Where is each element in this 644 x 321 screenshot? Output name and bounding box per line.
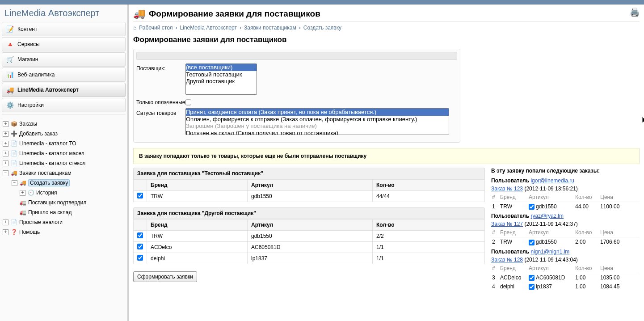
top-bar [0,0,644,4]
table-row: ACDelcoAC605081D1/1 [134,242,485,253]
tree-toggle[interactable]: + [3,141,8,147]
tree-item[interactable]: +📄Linemedia - каталог ТО [2,139,126,148]
side-menu-item[interactable]: 📊Веб-аналитика [2,68,126,82]
cell: delphi [147,253,248,264]
tree-toggle[interactable]: + [3,131,8,137]
paid-only-checkbox[interactable] [185,99,191,106]
items-table: БрендАртикулКол-воTRWgdb15502/2ACDelcoAC… [133,219,485,264]
mini-row: 1TRWgdb155044.001100.00 [491,202,640,211]
filters-panel: Поставщик: (все поставщики)Тестовый пост… [133,49,460,143]
menu-label: Сервисы [17,41,40,47]
row-checkbox[interactable] [137,193,143,199]
row-checkbox[interactable] [137,244,143,249]
row-checkbox[interactable] [137,255,143,261]
tree-toggle[interactable]: + [20,190,25,196]
mini-col-header: Цена [599,228,640,237]
tree-item[interactable]: +📦Заказы [2,119,126,129]
tree-label: Заявки поставщикам [19,170,72,176]
row-checkbox[interactable] [137,232,143,238]
tree-item[interactable]: +📄Простые аналоги [2,217,126,227]
tree-label: Добавить заказ [19,131,58,137]
tree-icon: 📦 [10,120,17,127]
tree-label: Linemedia - каталог масел [19,150,84,156]
side-menu-item[interactable]: ⚙️Настройки [2,98,126,112]
tree-item[interactable]: 🚛Поставщик подтвердил [2,198,126,207]
tree-toggle[interactable]: − [12,180,17,186]
user-link[interactable]: igor@linemedia.ru [530,177,574,184]
paid-only-label: Только оплаченные [136,97,185,106]
table-row: TRWgdb155044/44 [134,191,485,202]
mini-col-header: Кол-во [574,193,599,202]
tree-item[interactable]: +➕Добавить заказ [2,129,126,139]
order-items-table: #БрендАртикулКол-воЦена2TRWgdb15502.0017… [491,228,640,246]
block-title: Заявка для поставщика "Тестовый поставщи… [133,168,485,179]
cell: TRW [147,231,248,242]
tree-item[interactable]: −🚚Заявки поставщикам [2,168,126,178]
user-link[interactable]: nign1@nign1.lm [530,249,569,255]
mini-col-header: Бренд [499,193,528,202]
tree-label: Linemedia - каталог ТО [19,140,76,147]
page-title: Формирование заявки для поставщиков [149,9,320,19]
mini-checkbox[interactable] [529,204,535,210]
supplier-select[interactable]: (все поставщики)Тестовый поставщикДругой… [185,63,257,95]
tree-toggle[interactable]: + [3,229,8,235]
statuses-label: Сатусы товаров [136,108,185,135]
items-table: БрендАртикулКол-воTRWgdb155044/44 [133,179,485,202]
col-header: Кол-во [373,180,485,191]
mini-row: 2TRWgdb15502.001706.60 [491,237,640,247]
side-menu-item[interactable]: 🛒Магазин [2,52,126,67]
order-link[interactable]: Заказ № 127 [491,221,523,227]
mini-col-header: Бренд [499,264,528,273]
order-link[interactable]: Заказ № 123 [491,186,523,192]
cell: AC605081D [248,242,373,253]
tree-toggle[interactable]: + [3,220,8,225]
tree-item[interactable]: +🕘История [2,188,126,198]
mini-checkbox[interactable] [529,275,535,281]
create-requests-button[interactable]: Сформировать заявки [133,271,197,282]
tree-label: Заказы [19,121,37,127]
menu-label: Настройки [17,102,44,108]
breadcrumb-item[interactable]: Рабочий стол [139,25,173,31]
col-header: Бренд [147,220,248,231]
cell: gdb1550 [248,191,373,202]
tree-item[interactable]: −🚚Создать заявку [2,178,126,188]
mini-checkbox[interactable] [529,240,535,245]
tree-toggle[interactable]: + [3,151,8,156]
table-row: TRWgdb15502/2 [134,231,485,242]
menu-label: LineMedia Автоэксперт [17,87,79,93]
menu-label: Магазин [17,56,38,63]
tree-item[interactable]: +❓Помощь [2,227,126,237]
tree-icon: 🚛 [19,199,26,206]
tree-toggle[interactable]: + [3,121,8,127]
tree-toggle[interactable]: − [3,170,8,176]
info-banner: В заявку попадают только те товары, кото… [133,148,640,164]
home-icon[interactable]: ⌂ [133,25,136,31]
cell: 44/44 [373,191,485,202]
tree-icon: 📄 [10,140,17,147]
statuses-select[interactable]: Принят, ожидается оплата (Заказ принят, … [185,108,449,135]
user-link[interactable]: ryaz@ryaz.lm [530,213,564,219]
menu-icon: 🔺 [6,40,14,48]
side-menu-item[interactable]: 📝Контент [2,22,126,36]
breadcrumb-item[interactable]: LineMedia Автоэксперт [180,25,237,31]
mini-checkbox[interactable] [529,284,535,290]
menu-icon: ⚙️ [6,101,14,109]
side-menu-item[interactable]: 🚚LineMedia Автоэксперт [2,83,126,97]
menu-icon: 🛒 [6,55,14,63]
menu-icon: 📊 [6,71,14,79]
breadcrumb-item[interactable]: Создать заявку [303,25,341,31]
tree-toggle[interactable]: + [3,160,8,166]
tree-label: Пришло на склад [28,209,72,215]
tree-item[interactable]: 🚛Пришло на склад [2,207,126,217]
menu-label: Контент [17,26,37,32]
block-title: Заявка для поставщика "Другой поставщик" [133,207,485,219]
menu-icon: 🚚 [6,86,14,94]
cell: 1/1 [373,242,485,253]
menu-icon: 📝 [6,25,14,33]
print-icon[interactable]: 🖨️ [630,7,640,17]
breadcrumb-item[interactable]: Заявки поставщикам [244,25,296,31]
tree-item[interactable]: +📄Linemedia - каталог масел [2,148,126,158]
tree-item[interactable]: +📄Linemedia - каталог стекол [2,158,126,168]
side-menu-item[interactable]: 🔺Сервисы [2,37,126,51]
order-link[interactable]: Заказ № 128 [491,257,523,263]
